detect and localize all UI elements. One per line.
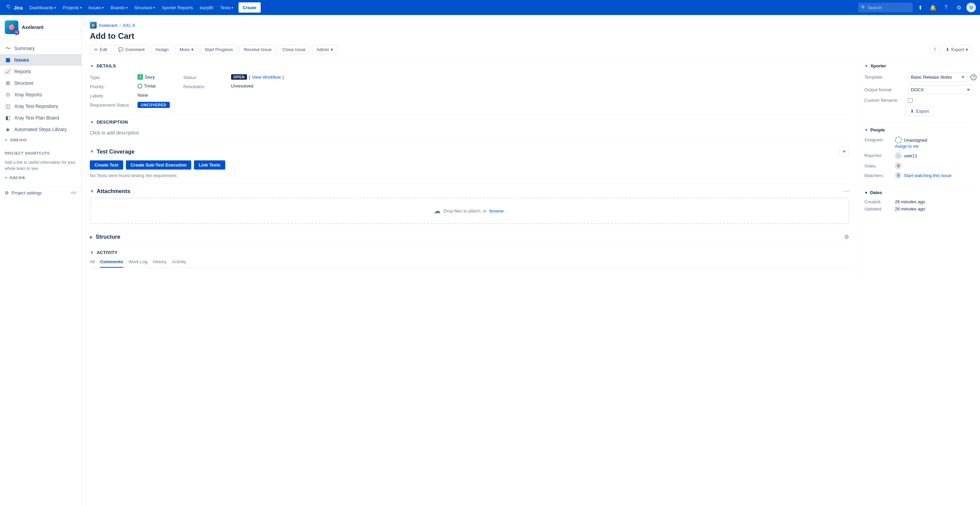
add-link-button[interactable]: + Add link bbox=[5, 174, 76, 182]
drop-text: Drop files to attach, or bbox=[443, 208, 487, 214]
reporter-value: ○ user11 bbox=[895, 152, 917, 159]
nav-issues[interactable]: Issues ▾ bbox=[86, 0, 107, 15]
dates-title[interactable]: ▼ Dates bbox=[864, 190, 973, 195]
activity-tab-all[interactable]: All bbox=[90, 259, 95, 268]
nav-eazybi[interactable]: eazyBI bbox=[197, 0, 216, 15]
xporter-output-format-select[interactable]: DOCX PDF HTML bbox=[908, 85, 973, 94]
settings-gear-icon[interactable]: ⚙ bbox=[953, 2, 964, 13]
details-right: Status: OPEN ( View Workflow ) Resolutio… bbox=[183, 72, 284, 110]
sidebar-item-xray-reports[interactable]: ⊙ Xray Reports bbox=[0, 89, 81, 101]
description-section-header[interactable]: ▼ Description bbox=[90, 120, 849, 125]
upload-icon[interactable]: ⬆ bbox=[915, 2, 926, 13]
nav-boards[interactable]: Boards ▾ bbox=[108, 0, 130, 15]
help-icon[interactable]: ? bbox=[940, 2, 951, 13]
create-button[interactable]: Create bbox=[239, 2, 260, 13]
activity-section: ▼ Activity All Comments Work Log History… bbox=[90, 250, 849, 268]
details-section-title: Details bbox=[97, 63, 116, 69]
jira-logo[interactable]: Jira bbox=[4, 4, 23, 11]
create-sub-test-button[interactable]: Create Sub-Test Execution bbox=[126, 160, 191, 169]
breadcrumb-issue-link[interactable]: AXL-9 bbox=[123, 23, 135, 28]
search-input[interactable] bbox=[858, 3, 913, 12]
section-divider-4 bbox=[90, 229, 849, 230]
sidebar-item-reports[interactable]: 📈 Reports bbox=[0, 66, 81, 77]
start-progress-button[interactable]: Start Progress bbox=[200, 45, 237, 54]
attachments-more-icon[interactable]: ⋯ bbox=[843, 188, 849, 195]
nav-tests[interactable]: Tests ▾ bbox=[218, 0, 236, 15]
xporter-output-format-label: Output format bbox=[864, 87, 905, 92]
sidebar-label-xray-reports: Xray Reports bbox=[14, 92, 42, 97]
admin-button[interactable]: Admin ▾ bbox=[312, 45, 337, 54]
section-divider-1 bbox=[90, 115, 849, 115]
issues-icon: ▦ bbox=[5, 57, 11, 63]
breadcrumb: 🎯 Axelerant / AXL-9 bbox=[90, 22, 972, 29]
xporter-help-icon[interactable]: ? bbox=[970, 74, 977, 80]
sidebar-item-structure[interactable]: ⊞ Structure bbox=[0, 77, 81, 89]
section-divider-people bbox=[864, 185, 973, 186]
add-link-plus-icon: + bbox=[5, 175, 8, 180]
jira-logo-text: Jira bbox=[14, 5, 23, 11]
nav-dashboards[interactable]: Dashboards ▾ bbox=[27, 0, 59, 15]
user-avatar[interactable]: U bbox=[966, 3, 976, 12]
activity-section-header[interactable]: ▼ Activity bbox=[90, 250, 849, 255]
sidebar-item-summary[interactable]: 〜 Summary bbox=[0, 43, 81, 54]
activity-tab-activity[interactable]: Activity bbox=[172, 259, 186, 268]
export-button[interactable]: ⬇ Export ▾ bbox=[942, 45, 972, 54]
sidebar-label-issues: Issues bbox=[14, 57, 29, 63]
more-chevron-icon: ▾ bbox=[191, 47, 194, 52]
notification-bell-icon[interactable]: 🔔 bbox=[928, 2, 939, 13]
create-test-button[interactable]: Create Test bbox=[90, 160, 123, 169]
detail-labels-row: Labels: None bbox=[90, 91, 170, 100]
xporter-export-button[interactable]: ⬇ Export bbox=[905, 106, 934, 116]
assignee-text: Unassigned bbox=[904, 137, 927, 143]
sidebar-item-issues[interactable]: ▦ Issues bbox=[0, 54, 81, 66]
structure-sidebar-icon: ⊞ bbox=[5, 80, 11, 86]
assign-to-me-link[interactable]: Assign to me bbox=[895, 144, 927, 149]
edit-button[interactable]: ✏ Edit bbox=[90, 45, 111, 54]
link-tests-button[interactable]: Link Tests bbox=[194, 160, 225, 169]
attachments-chevron-icon: ▼ bbox=[90, 189, 94, 194]
project-shortcuts-label: PROJECT SHORTCUTS bbox=[0, 147, 81, 156]
nav-xporter-reports[interactable]: Xporter Reports bbox=[159, 0, 196, 15]
attachments-drop-zone[interactable]: ☁ Drop files to attach, or browse. bbox=[90, 198, 849, 224]
sidebar-item-addons[interactable]: + Add-ons bbox=[0, 135, 81, 144]
test-coverage-add-button[interactable]: + bbox=[840, 147, 849, 156]
resolve-issue-button[interactable]: Resolve Issue bbox=[240, 45, 276, 54]
activity-tab-comments[interactable]: Comments bbox=[100, 259, 123, 268]
export-chevron-icon: ▾ bbox=[966, 47, 968, 52]
more-button[interactable]: More ▾ bbox=[175, 45, 198, 54]
project-settings-item[interactable]: ⚙ Project settings << bbox=[0, 187, 81, 198]
nav-projects[interactable]: Projects ▾ bbox=[60, 0, 84, 15]
people-section: ▼ People Assignee: Unassigned Assign to … bbox=[864, 127, 973, 179]
breadcrumb-project-icon: 🎯 bbox=[90, 22, 97, 29]
close-issue-button[interactable]: Close Issue bbox=[278, 45, 310, 54]
sidebar-item-xray-plan[interactable]: ◧ Xray Test Plan Board bbox=[0, 112, 81, 124]
sidebar-item-xray-repo[interactable]: ◫ Xray Test Repository bbox=[0, 101, 81, 112]
detail-priority-row: Priority: Trivial bbox=[90, 82, 170, 91]
description-placeholder[interactable]: Click to add description bbox=[90, 129, 849, 137]
details-chevron-icon: ▼ bbox=[90, 64, 94, 69]
breadcrumb-project-link[interactable]: Axelerant bbox=[99, 23, 118, 28]
share-button[interactable]: ⤴ bbox=[930, 45, 940, 54]
browse-link[interactable]: browse. bbox=[489, 208, 505, 214]
activity-tab-worklog[interactable]: Work Log bbox=[129, 259, 147, 268]
structure-gear-button[interactable]: ⚙ bbox=[844, 234, 849, 240]
nav-structure[interactable]: Structure ▾ bbox=[132, 0, 158, 15]
xporter-custom-filename-checkbox[interactable] bbox=[908, 98, 913, 103]
reports-icon: 📈 bbox=[5, 69, 11, 75]
activity-tab-history[interactable]: History bbox=[153, 259, 166, 268]
xporter-title[interactable]: ▼ Xporter bbox=[864, 63, 973, 69]
updated-label: Updated: bbox=[864, 206, 895, 211]
people-title[interactable]: ▼ People bbox=[864, 127, 973, 132]
assign-button[interactable]: Assign bbox=[151, 45, 173, 54]
test-coverage-section: ▼ Test Coverage + Create Test Create Sub… bbox=[90, 147, 849, 178]
attachments-section-title: Attachments bbox=[97, 188, 130, 195]
watchers-row: Watchers: 0 Start watching this issue bbox=[864, 172, 973, 179]
details-section-header[interactable]: ▼ Details bbox=[90, 63, 849, 69]
sidebar-item-automated-steps[interactable]: ◈ Automated Steps Library bbox=[0, 124, 81, 135]
start-watching-link[interactable]: Start watching this issue bbox=[904, 173, 951, 178]
view-workflow-link[interactable]: View Workflow bbox=[252, 75, 281, 80]
xporter-template-select[interactable]: Basic Release Notes Standard Release Not… bbox=[908, 72, 968, 82]
comment-button[interactable]: 💬 Comment bbox=[114, 45, 149, 54]
addons-expand-icon: + bbox=[5, 137, 8, 142]
sidebar-collapse-icon[interactable]: << bbox=[71, 190, 76, 195]
